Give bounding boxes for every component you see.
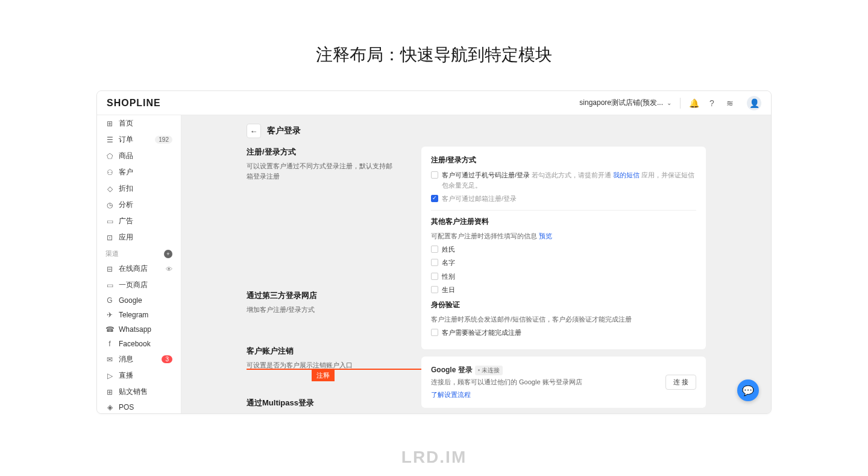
sidebar-icon: ⊟	[105, 265, 114, 273]
field-label: 性别	[442, 271, 455, 282]
sidebar-item[interactable]: ⊞贴文销售	[97, 384, 181, 400]
checkbox-phone[interactable]	[431, 171, 438, 179]
sidebar: ⊞首页☰订单192⬠商品⚇客户◇折扣◷分析▭广告⊡应用 渠道 + ⊟在线商店👁▭…	[97, 115, 181, 413]
page-title: 客户登录	[267, 125, 301, 136]
sidebar-item-label: Google	[119, 296, 142, 305]
card-title: 注册/登录方式	[431, 155, 696, 165]
topbar: SHOPLINE singapore测试店铺(预发... ⌄ 🔔 ? ≋ 👤	[97, 91, 771, 115]
sidebar-item-label: 直播	[119, 370, 133, 381]
annotation-label-left: 注释	[312, 370, 335, 381]
link-google-help[interactable]: 了解设置流程	[431, 390, 582, 399]
back-button[interactable]: ←	[247, 124, 261, 138]
sidebar-item[interactable]: ▭一页商店	[97, 277, 181, 293]
bell-icon[interactable]: 🔔	[689, 98, 699, 108]
annotation-column: 注册/登录方式 可以设置客户通过不同方式登录注册，默认支持邮箱登录注册 通过第三…	[247, 147, 397, 413]
sidebar-item-label: 订单	[119, 135, 133, 145]
sidebar-item[interactable]: GGoogle	[97, 293, 181, 308]
link-preview[interactable]: 预览	[539, 232, 552, 240]
wifi-icon[interactable]: ≋	[725, 98, 735, 108]
sidebar-item-label: Whatsapp	[119, 325, 151, 334]
checkbox-verify[interactable]	[431, 329, 438, 336]
sidebar-item[interactable]: ◈POS	[97, 400, 181, 413]
field-label: 名字	[442, 258, 455, 268]
sidebar-icon: ⊞	[105, 388, 114, 396]
sidebar-icon: ◈	[105, 403, 114, 411]
sidebar-item-label: 应用	[119, 232, 133, 243]
app-window: SHOPLINE singapore测试店铺(预发... ⌄ 🔔 ? ≋ 👤 ⊞…	[96, 90, 772, 414]
sidebar-item-label: POS	[119, 403, 134, 411]
section-desc: 增加客户注册/登录方式	[247, 305, 397, 315]
sidebar-icon: ▷	[105, 372, 114, 380]
checkbox-email[interactable]	[431, 195, 438, 202]
chevron-down-icon: ⌄	[667, 100, 671, 106]
sidebar-icon: ⬠	[105, 152, 114, 160]
checkbox-field[interactable]	[431, 259, 438, 266]
section-heading: 通过Multipass登录	[247, 398, 397, 408]
eye-icon[interactable]: 👁	[166, 265, 172, 273]
help-icon[interactable]: ?	[707, 98, 717, 108]
section-heading: 注册/登录方式	[247, 147, 397, 157]
card-google-login: Google 登录未连接 连接后，顾客可以通过他们的 Google 账号登录网店…	[421, 357, 706, 408]
sidebar-item-label: 首页	[119, 118, 133, 129]
sidebar-item[interactable]: fFacebook	[97, 337, 181, 351]
sidebar-item[interactable]: ◷分析	[97, 197, 181, 213]
sidebar-item[interactable]: ☎Whatsapp	[97, 322, 181, 337]
sidebar-item[interactable]: ⊞首页	[97, 115, 181, 132]
sidebar-icon: ☎	[105, 325, 114, 334]
functionality-column: 注册/登录方式 客户可通过手机号码注册/登录 若勾选此方式，请提前开通 我的短信…	[421, 147, 706, 413]
checkbox-field[interactable]	[431, 273, 438, 280]
sidebar-item-label: 消息	[119, 354, 133, 364]
sidebar-icon: ⊡	[105, 233, 114, 242]
store-selector[interactable]: singapore测试店铺(预发... ⌄	[579, 98, 671, 108]
sidebar-item-label: 商品	[119, 151, 133, 161]
sidebar-icon: ✉	[105, 355, 114, 364]
link-my-sms[interactable]: 我的短信	[613, 171, 640, 179]
sidebar-item[interactable]: ▷直播	[97, 367, 181, 384]
add-channel-icon[interactable]: +	[164, 250, 172, 258]
sidebar-icon: ⚇	[105, 168, 114, 177]
sidebar-item[interactable]: ◇折扣	[97, 180, 181, 197]
sidebar-item-label: 折扣	[119, 183, 133, 194]
sidebar-icon: G	[105, 296, 114, 305]
card-subtitle: 其他客户注册资料	[431, 217, 696, 227]
sidebar-item-label: 一页商店	[119, 280, 148, 290]
sidebar-item-label: 广告	[119, 216, 133, 226]
presentation-title: 注释布局：快速导航到特定模块	[0, 0, 868, 90]
chat-bubble-icon[interactable]: 💬	[737, 379, 759, 401]
card-subtitle: 身份验证	[431, 300, 696, 310]
avatar[interactable]: 👤	[747, 96, 761, 110]
sidebar-item[interactable]: ☰订单192	[97, 132, 181, 148]
section-heading: 客户账户注销	[247, 346, 397, 357]
section-desc: 可以设置客户通过不同方式登录注册，默认支持邮箱登录注册	[247, 161, 397, 181]
sidebar-icon: ⊞	[105, 119, 114, 128]
field-label: 姓氏	[442, 244, 455, 255]
sidebar-icon: ▭	[105, 281, 114, 290]
sidebar-item[interactable]: ⊡应用	[97, 229, 181, 246]
connect-button[interactable]: 连 接	[665, 375, 696, 390]
sidebar-icon: f	[105, 340, 114, 348]
sidebar-item[interactable]: ✈Telegram	[97, 308, 181, 322]
sidebar-icon: ▭	[105, 217, 114, 226]
badge: 192	[155, 136, 172, 144]
sidebar-item-label: 客户	[119, 167, 133, 177]
sidebar-icon: ☰	[105, 136, 114, 144]
checkbox-field[interactable]	[431, 246, 438, 253]
sidebar-item-label: 在线商店	[119, 264, 148, 274]
sidebar-item[interactable]: ✉消息3	[97, 351, 181, 367]
checkbox-field[interactable]	[431, 286, 438, 293]
card-register-methods: 注册/登录方式 客户可通过手机号码注册/登录 若勾选此方式，请提前开通 我的短信…	[421, 147, 706, 349]
sidebar-icon: ✈	[105, 311, 114, 319]
content-area: ← 客户登录 注册/登录方式 可以设置客户通过不同方式登录注册，默认支持邮箱登录…	[181, 115, 771, 413]
logo: SHOPLINE	[107, 98, 161, 109]
sidebar-item[interactable]: ⊟在线商店👁	[97, 261, 181, 277]
sidebar-item-label: Facebook	[119, 340, 151, 348]
sidebar-section-channels: 渠道 +	[97, 246, 181, 261]
footer-brand: LRD.IM	[0, 414, 868, 476]
divider	[680, 98, 681, 109]
sidebar-item[interactable]: ⚇客户	[97, 164, 181, 180]
sidebar-item[interactable]: ⬠商品	[97, 148, 181, 164]
section-heading: 通过第三方登录网店	[247, 290, 397, 301]
field-label: 生日	[442, 285, 455, 295]
sidebar-item-label: 分析	[119, 200, 133, 210]
sidebar-item[interactable]: ▭广告	[97, 213, 181, 229]
